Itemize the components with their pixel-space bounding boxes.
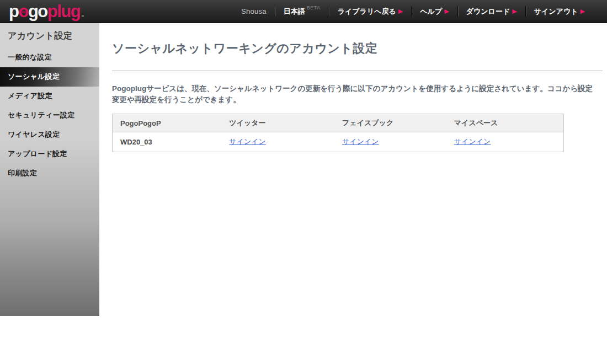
download-label: ダウンロード [466, 7, 510, 17]
page-description: Pogoplugサービスは、現在、ソーシャルネットワークの更新を行う際に以下のア… [112, 83, 598, 105]
myspace-sign-in-link[interactable]: サインイン [454, 137, 491, 146]
language-label: 日本語 [284, 7, 305, 17]
top-bar: pogoplug. Shousa 日本語 BETA ライブラリへ戻る ▶ ヘルプ… [0, 0, 607, 23]
language-selector[interactable]: 日本語 BETA [284, 7, 321, 17]
username-link[interactable]: Shousa [241, 7, 267, 15]
help-link[interactable]: ヘルプ ▶ [420, 7, 449, 17]
sign-out-label: サインアウト [534, 7, 578, 17]
logo-dot: . [81, 5, 84, 19]
logo-text: go [28, 3, 47, 20]
device-name: WD20_03 [113, 132, 222, 152]
back-to-library-label: ライブラリへ戻る [338, 7, 396, 17]
column-header-device: PogoPogoP [113, 114, 222, 132]
column-header-myspace: マイスペース [446, 114, 564, 132]
nav-divider [411, 6, 412, 17]
nav-divider [329, 6, 329, 17]
nav-arrow-icon: ▶ [444, 8, 449, 14]
nav-arrow-icon: ▶ [512, 8, 517, 14]
nav-divider [525, 6, 526, 17]
download-link[interactable]: ダウンロード ▶ [466, 7, 517, 17]
sidebar-item-security-settings[interactable]: セキュリティー設定 [0, 106, 99, 125]
sidebar-item-print-settings[interactable]: 印刷設定 [0, 164, 99, 183]
nav-divider [457, 6, 458, 17]
sidebar-item-general-settings[interactable]: 一般的な設定 [0, 48, 99, 67]
page-title: ソーシャルネットワーキングのアカウント設定 [112, 40, 603, 57]
nav-arrow-icon: ▶ [581, 8, 585, 14]
top-navigation: Shousa 日本語 BETA ライブラリへ戻る ▶ ヘルプ ▶ ダウンロード … [241, 0, 607, 23]
logo-text: plug [47, 3, 80, 20]
social-accounts-table: PogoPogoP ツイッター フェイスブック マイスペース WD20_03 サ… [112, 114, 564, 152]
nav-divider [275, 6, 275, 17]
table-row: WD20_03 サインイン サインイン サインイン [113, 132, 564, 152]
pogoplug-logo[interactable]: pogoplug. [9, 3, 84, 20]
sidebar-item-media-settings[interactable]: メディア設定 [0, 87, 99, 106]
column-header-twitter: ツイッター [221, 114, 334, 132]
logo-o-icon: o [18, 3, 28, 20]
sidebar-item-social-settings[interactable]: ソーシャル設定 [0, 67, 99, 87]
table-header-row: PogoPogoP ツイッター フェイスブック マイスペース [113, 114, 564, 132]
beta-badge: BETA [307, 5, 321, 10]
sidebar-title: アカウント設定 [0, 23, 99, 48]
sign-out-link[interactable]: サインアウト ▶ [534, 7, 585, 17]
settings-sidebar: アカウント設定 一般的な設定 ソーシャル設定 メディア設定 セキュリティー設定 … [0, 23, 99, 316]
twitter-sign-in-link[interactable]: サインイン [229, 137, 266, 146]
column-header-facebook: フェイスブック [334, 114, 446, 132]
help-label: ヘルプ [420, 7, 442, 17]
sidebar-item-upload-settings[interactable]: アップロード設定 [0, 144, 99, 164]
sidebar-item-wireless-settings[interactable]: ワイヤレス設定 [0, 125, 99, 144]
facebook-sign-in-link[interactable]: サインイン [342, 137, 379, 146]
logo-text: p [9, 3, 18, 20]
pogoplug-settings-page: pogoplug. Shousa 日本語 BETA ライブラリへ戻る ▶ ヘルプ… [0, 0, 607, 364]
back-to-library-link[interactable]: ライブラリへ戻る ▶ [338, 7, 403, 17]
nav-arrow-icon: ▶ [398, 8, 403, 14]
main-content: ソーシャルネットワーキングのアカウント設定 Pogoplugサービスは、現在、ソ… [112, 23, 603, 152]
title-divider [112, 71, 603, 71]
